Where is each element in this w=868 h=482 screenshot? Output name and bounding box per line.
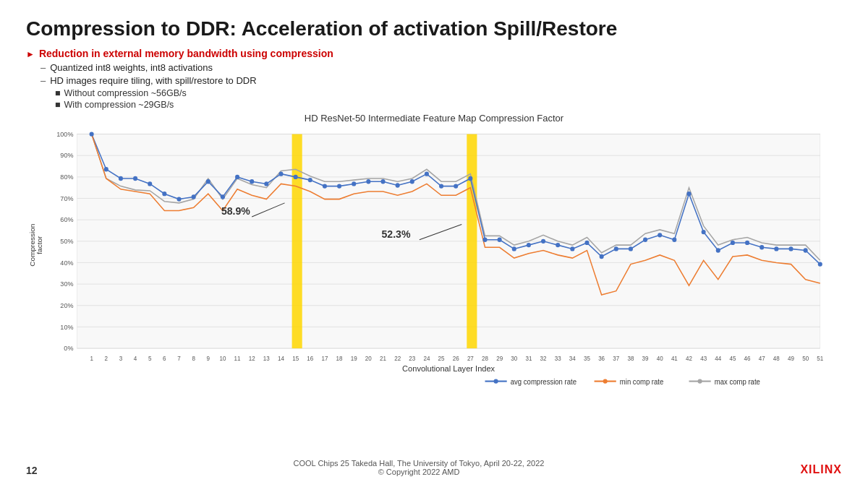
svg-text:32: 32 <box>540 356 547 362</box>
svg-point-111 <box>570 246 574 251</box>
svg-text:26: 26 <box>453 356 459 362</box>
svg-point-126 <box>788 246 793 251</box>
svg-text:2: 2 <box>105 356 109 362</box>
svg-text:30%: 30% <box>60 280 73 288</box>
svg-text:33: 33 <box>555 356 561 362</box>
svg-text:4: 4 <box>134 356 137 362</box>
svg-text:max comp rate: max comp rate <box>715 378 761 386</box>
svg-point-108 <box>527 243 531 247</box>
svg-point-93 <box>308 178 312 182</box>
svg-point-97 <box>366 179 370 184</box>
svg-text:70%: 70% <box>60 195 73 202</box>
svg-point-106 <box>498 238 502 242</box>
svg-text:30: 30 <box>511 356 517 362</box>
svg-point-84 <box>176 197 181 201</box>
svg-text:29: 29 <box>496 356 503 362</box>
svg-point-114 <box>614 246 618 251</box>
svg-point-123 <box>745 241 749 245</box>
svg-point-100 <box>410 179 414 184</box>
svg-point-112 <box>584 241 589 245</box>
svg-text:3: 3 <box>119 356 123 362</box>
svg-text:45: 45 <box>729 356 736 362</box>
svg-text:41: 41 <box>671 356 678 362</box>
sub-bullets: – Quantized int8 weights, int8 activatio… <box>41 62 842 110</box>
svg-text:49: 49 <box>788 356 794 362</box>
svg-text:50: 50 <box>802 356 809 362</box>
svg-point-98 <box>380 179 385 184</box>
svg-point-120 <box>702 230 706 234</box>
svg-rect-76 <box>292 134 302 348</box>
svg-text:20%: 20% <box>60 302 73 309</box>
svg-point-128 <box>818 262 822 266</box>
svg-point-89 <box>250 179 254 184</box>
svg-text:6: 6 <box>163 356 166 362</box>
svg-text:40: 40 <box>657 356 663 362</box>
svg-text:40%: 40% <box>60 259 73 266</box>
sub-sub-bullet-2: ■ With compression ~29GB/s <box>55 100 842 110</box>
svg-point-79 <box>104 167 109 171</box>
svg-text:37: 37 <box>613 356 619 362</box>
svg-text:58.9%: 58.9% <box>221 205 250 216</box>
svg-point-92 <box>294 175 298 179</box>
svg-point-122 <box>731 241 735 245</box>
svg-text:1: 1 <box>90 356 93 362</box>
svg-text:28: 28 <box>482 356 488 362</box>
svg-point-119 <box>686 191 691 196</box>
svg-point-83 <box>162 191 166 196</box>
svg-text:23: 23 <box>409 356 415 362</box>
svg-point-88 <box>235 175 239 179</box>
svg-point-116 <box>643 238 647 242</box>
svg-point-96 <box>352 181 356 186</box>
chart-svg: 100% 90% 80% 70% 60% 50% 40% 30% 20% 10%… <box>26 126 842 387</box>
svg-text:0%: 0% <box>64 345 73 352</box>
footer-center-line1: COOL Chips 25 Takeda Hall, The Universit… <box>294 459 545 468</box>
svg-text:34: 34 <box>569 356 576 362</box>
chart-container: 100% 90% 80% 70% 60% 50% 40% 30% 20% 10%… <box>26 126 842 387</box>
svg-text:47: 47 <box>759 356 765 362</box>
arrow-icon: ► <box>26 49 35 59</box>
svg-point-80 <box>119 176 123 181</box>
svg-text:19: 19 <box>351 356 357 362</box>
svg-point-107 <box>512 246 516 251</box>
svg-point-99 <box>396 183 400 187</box>
svg-point-105 <box>482 238 487 242</box>
slide-title: Compression to DDR: Acceleration of acti… <box>26 17 842 40</box>
chart-title: HD ResNet-50 Intermediate Feature Map Co… <box>26 113 842 124</box>
svg-point-117 <box>658 233 662 237</box>
svg-text:50%: 50% <box>60 238 73 245</box>
svg-point-115 <box>629 246 633 251</box>
chart-area: HD ResNet-50 Intermediate Feature Map Co… <box>26 113 842 387</box>
svg-point-127 <box>804 248 808 252</box>
svg-point-102 <box>439 184 443 188</box>
sub-bullet-1: – Quantized int8 weights, int8 activatio… <box>41 62 842 73</box>
svg-point-124 <box>760 245 764 249</box>
page-number: 12 <box>26 465 38 476</box>
svg-text:12: 12 <box>249 356 255 362</box>
svg-point-101 <box>425 171 429 176</box>
svg-point-91 <box>278 171 283 176</box>
svg-text:Convolutional Layer Index: Convolutional Layer Index <box>402 364 495 373</box>
svg-text:5: 5 <box>148 356 152 362</box>
svg-text:21: 21 <box>380 356 386 362</box>
svg-point-121 <box>716 248 720 252</box>
svg-text:8: 8 <box>192 356 195 362</box>
svg-text:20: 20 <box>365 356 372 362</box>
svg-text:25: 25 <box>438 356 445 362</box>
footer: 12 COOL Chips 25 Takeda Hall, The Univer… <box>0 459 868 476</box>
svg-text:48: 48 <box>773 356 780 362</box>
footer-center: COOL Chips 25 Takeda Hall, The Universit… <box>294 459 545 476</box>
svg-text:22: 22 <box>394 356 401 362</box>
svg-point-87 <box>221 194 225 199</box>
sub-sub-bullet-1: ■ Without compression ~56GB/s <box>55 88 842 98</box>
svg-point-94 <box>323 184 327 188</box>
svg-text:17: 17 <box>321 356 328 362</box>
svg-text:46: 46 <box>744 356 751 362</box>
svg-point-125 <box>774 246 778 251</box>
svg-text:80%: 80% <box>60 173 73 181</box>
svg-text:10%: 10% <box>60 323 73 330</box>
svg-text:39: 39 <box>642 356 649 362</box>
svg-point-81 <box>133 176 137 181</box>
svg-point-90 <box>264 181 268 186</box>
svg-text:90%: 90% <box>60 152 73 159</box>
sub-bullet-2: – HD images require tiling, with spill/r… <box>41 75 842 86</box>
